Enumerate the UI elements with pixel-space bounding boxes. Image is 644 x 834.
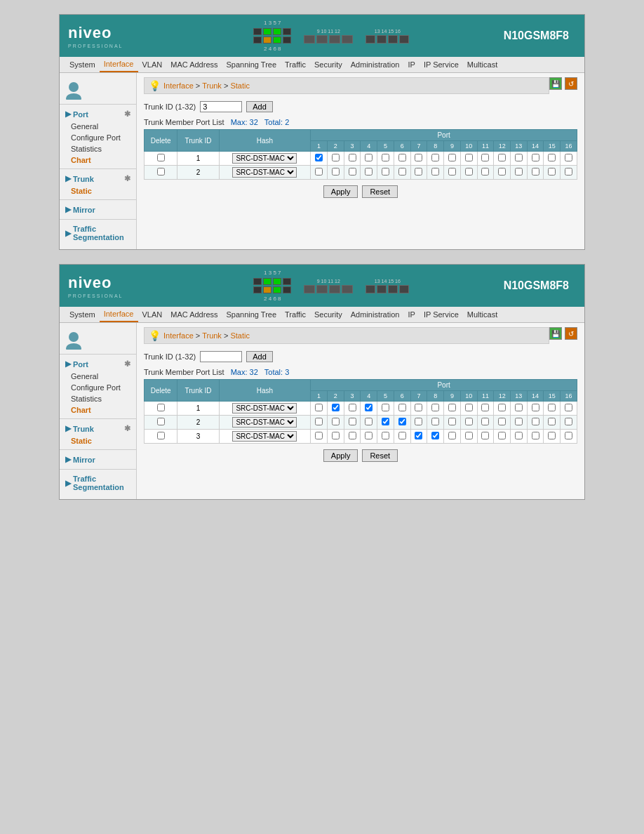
port-cell-r0-p10[interactable] — [460, 402, 477, 416]
port-cell-r1-p13[interactable] — [511, 416, 528, 430]
port-cell-r2-p14[interactable] — [527, 430, 544, 444]
port-cell-r2-p7[interactable] — [410, 430, 427, 444]
port-cell-r0-p4[interactable] — [361, 402, 377, 416]
port-check-r0-p2[interactable] — [332, 404, 340, 411]
port-cell-r2-p2[interactable] — [327, 430, 344, 444]
port-check-r0-p11[interactable] — [481, 154, 489, 161]
port-check-r1-p12[interactable] — [498, 168, 506, 176]
port-cell-r1-p7[interactable] — [410, 416, 427, 430]
nav-spanning-tree[interactable]: Spanning Tree — [222, 58, 281, 72]
port-check-r0-p15[interactable] — [548, 404, 556, 411]
port-cell-r1-p6[interactable] — [394, 166, 410, 180]
hash-cell-0[interactable]: SRC-DST-MAC SRC-MAC DST-MAC — [219, 402, 311, 416]
port-cell-r0-p14[interactable] — [527, 152, 544, 166]
port-check-r0-p16[interactable] — [565, 404, 572, 411]
port-check-r2-p6[interactable] — [398, 432, 406, 439]
port-check-r1-p15[interactable] — [548, 168, 556, 176]
port-cell-r1-p1[interactable] — [311, 416, 328, 430]
port-cell-r2-p12[interactable] — [494, 430, 511, 444]
port-check-r0-p10[interactable] — [465, 404, 473, 411]
nav-traffic[interactable]: Traffic — [281, 58, 310, 72]
port-cell-r0-p6[interactable] — [394, 402, 410, 416]
port-check-r0-p3[interactable] — [349, 404, 356, 411]
hash-cell-2[interactable]: SRC-DST-MAC SRC-MAC DST-MAC — [219, 430, 311, 444]
port-cell-r0-p4[interactable] — [361, 152, 377, 166]
port-cell-r1-p10[interactable] — [460, 166, 477, 180]
nav-ip-service[interactable]: IP Service — [420, 58, 463, 72]
sidebar-item-general[interactable]: General — [60, 371, 136, 382]
refresh-button[interactable]: ↺ — [565, 77, 577, 90]
sidebar-item-statistics[interactable]: Statistics — [60, 143, 136, 154]
port-cell-r0-p9[interactable] — [444, 402, 461, 416]
port-cell-r2-p8[interactable] — [427, 430, 444, 444]
hash-cell-1[interactable]: SRC-DST-MAC SRC-MAC DST-MAC — [219, 166, 311, 180]
port-cell-r0-p13[interactable] — [511, 152, 528, 166]
port-check-r0-p12[interactable] — [498, 154, 506, 161]
sidebar-item-static[interactable]: Static — [60, 185, 136, 197]
port-check-r0-p11[interactable] — [481, 404, 489, 411]
port-cell-r1-p11[interactable] — [477, 416, 494, 430]
nav-system[interactable]: System — [65, 58, 100, 72]
hash-select-1[interactable]: SRC-DST-MAC SRC-MAC DST-MAC — [232, 167, 297, 178]
nav-vlan[interactable]: VLAN — [138, 307, 167, 322]
hash-select-1[interactable]: SRC-DST-MAC SRC-MAC DST-MAC — [232, 417, 297, 428]
port-check-r2-p9[interactable] — [448, 432, 456, 439]
port-cell-r0-p10[interactable] — [460, 152, 477, 166]
port-cell-r0-p8[interactable] — [427, 402, 444, 416]
port-check-r1-p10[interactable] — [465, 168, 473, 176]
port-cell-r0-p13[interactable] — [511, 402, 528, 416]
port-check-r2-p4[interactable] — [365, 432, 373, 439]
port-cell-r1-p7[interactable] — [410, 166, 427, 180]
port-cell-r0-p2[interactable] — [327, 152, 344, 166]
hash-cell-0[interactable]: SRC-DST-MAC SRC-MAC DST-MAC — [219, 152, 311, 166]
delete-cell-1[interactable] — [145, 166, 177, 180]
port-cell-r0-p11[interactable] — [477, 402, 494, 416]
port-cell-r2-p10[interactable] — [460, 430, 477, 444]
save-button[interactable]: 💾 — [549, 77, 562, 90]
port-cell-r0-p14[interactable] — [527, 402, 544, 416]
port-check-r0-p8[interactable] — [431, 404, 439, 411]
trunk-id-input[interactable] — [200, 101, 242, 112]
port-check-r2-p10[interactable] — [465, 432, 473, 439]
port-check-r1-p8[interactable] — [431, 168, 439, 176]
port-check-r1-p11[interactable] — [481, 168, 489, 176]
port-check-r0-p14[interactable] — [532, 404, 539, 411]
port-check-r1-p2[interactable] — [332, 168, 340, 176]
port-check-r1-p4[interactable] — [365, 168, 373, 176]
nav-interface[interactable]: Interface — [100, 307, 138, 322]
delete-cell-1[interactable] — [145, 416, 177, 430]
port-cell-r1-p4[interactable] — [361, 166, 377, 180]
port-check-r0-p2[interactable] — [332, 154, 340, 161]
port-check-r1-p9[interactable] — [448, 168, 456, 176]
sidebar-item-statistics[interactable]: Statistics — [60, 393, 136, 404]
nav-spanning-tree[interactable]: Spanning Tree — [222, 307, 281, 322]
port-cell-r1-p10[interactable] — [460, 416, 477, 430]
port-check-r1-p7[interactable] — [415, 418, 422, 425]
port-cell-r1-p12[interactable] — [494, 416, 511, 430]
apply-button[interactable]: Apply — [323, 185, 358, 198]
sidebar-port-title[interactable]: ▶ Port ✱ — [60, 107, 136, 121]
port-check-r1-p15[interactable] — [548, 418, 556, 425]
port-cell-r0-p7[interactable] — [410, 152, 427, 166]
port-check-r2-p13[interactable] — [515, 432, 523, 439]
port-check-r1-p10[interactable] — [465, 418, 473, 425]
sidebar-traffic-title[interactable]: ▶ Traffic Segmentation — [60, 472, 136, 494]
nav-system[interactable]: System — [65, 307, 100, 322]
add-button[interactable]: Add — [246, 101, 273, 112]
port-check-r1-p12[interactable] — [498, 418, 506, 425]
port-check-r0-p13[interactable] — [515, 404, 523, 411]
port-cell-r1-p13[interactable] — [511, 166, 528, 180]
port-check-r1-p6[interactable] — [398, 168, 406, 176]
nav-mac-address[interactable]: MAC Address — [166, 307, 222, 322]
sidebar-mirror-title[interactable]: ▶ Mirror — [60, 453, 136, 466]
port-check-r1-p4[interactable] — [365, 418, 373, 425]
nav-vlan[interactable]: VLAN — [138, 58, 167, 72]
port-cell-r1-p3[interactable] — [344, 416, 361, 430]
port-cell-r1-p1[interactable] — [311, 166, 328, 180]
delete-check-0[interactable] — [157, 154, 165, 161]
sidebar-item-chart[interactable]: Chart — [60, 404, 136, 416]
port-cell-r2-p5[interactable] — [377, 430, 394, 444]
port-cell-r0-p3[interactable] — [344, 402, 361, 416]
sidebar-trunk-title[interactable]: ▶ Trunk ✱ — [60, 422, 136, 435]
port-cell-r1-p2[interactable] — [327, 416, 344, 430]
